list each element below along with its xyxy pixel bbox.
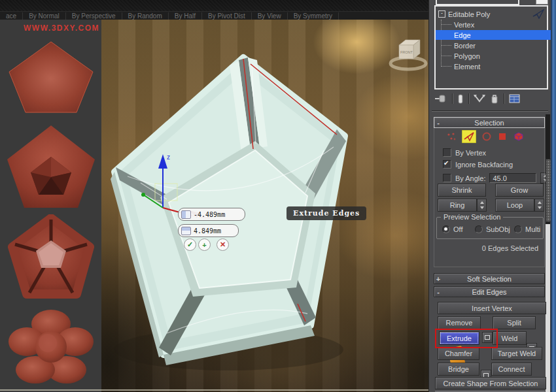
toolbar-item-by-half[interactable]: By Half: [169, 12, 202, 20]
extrude-settings-button[interactable]: [482, 332, 493, 343]
collapse-icon: -: [434, 119, 442, 127]
stack-item-label: Polygon: [454, 52, 480, 60]
ignore-backfacing-label: Ignore Backfacing: [455, 161, 513, 169]
by-angle-row: By Angle: 45.0: [443, 172, 550, 184]
stack-item-vertex[interactable]: Vertex: [436, 20, 556, 29]
stack-item-polygon[interactable]: Polygon: [436, 51, 556, 61]
rollout-title: Selection: [442, 119, 544, 127]
expand-icon: +: [434, 275, 442, 283]
radio-subobj-label: SubObj: [486, 225, 510, 233]
bridge-button[interactable]: Bridge: [438, 363, 479, 376]
modifier-list-dropdown-partial[interactable]: [436, 0, 519, 5]
show-end-result-toggle-icon[interactable]: [457, 94, 464, 104]
command-panel: - Editable Poly Vertex Edge Border P: [428, 0, 552, 392]
thumbnail-pentagon-flat: [5, 38, 97, 113]
stack-item-border[interactable]: Border: [436, 41, 556, 50]
by-vertex-checkbox[interactable]: [443, 148, 451, 157]
ring-spinner[interactable]: [477, 199, 487, 212]
loop-button[interactable]: Loop: [495, 199, 534, 212]
panel-corner-partial: [536, 0, 548, 5]
toolbar-item-by-view[interactable]: By View: [252, 12, 288, 20]
insert-vertex-button[interactable]: Insert Vertex: [438, 302, 546, 314]
chamfer-button[interactable]: Chamfer: [438, 347, 479, 360]
loop-spinner[interactable]: [534, 199, 544, 212]
by-vertex-row: By Vertex: [443, 148, 486, 157]
preview-option-subobj[interactable]: SubObj: [475, 225, 510, 233]
split-button[interactable]: Split: [493, 316, 536, 329]
show-end-result-icon: [532, 9, 544, 19]
edge-subobject-icon-active[interactable]: [462, 130, 476, 143]
toolbar-item-face[interactable]: ace: [0, 12, 23, 20]
stack-item-label: Vertex: [454, 21, 474, 29]
viewcube[interactable]: FRONT: [388, 34, 428, 72]
thumbnail-pentagon-chamfered: [5, 214, 97, 302]
by-angle-checkbox[interactable]: [443, 174, 451, 182]
stack-item-label: Element: [454, 63, 480, 71]
stack-item-label: Border: [454, 42, 476, 50]
modifier-stack-list: - Editable Poly Vertex Edge Border P: [434, 5, 548, 90]
ring-button[interactable]: Ring: [438, 199, 477, 212]
toolbar-item-by-perspective[interactable]: By Perspective: [66, 12, 122, 20]
vertex-subobject-icon[interactable]: [446, 131, 457, 142]
panel-divider: [432, 110, 548, 111]
by-angle-value: 45.0: [493, 174, 506, 182]
ignore-backfacing-row: Ignore Backfacing: [443, 160, 513, 169]
extrude-width-field[interactable]: 4.849mm: [178, 224, 239, 237]
3dsmax-window: ace By Normal By Perspective By Random B…: [0, 0, 556, 392]
watermark-text: WWW.3DXY.COM: [24, 24, 99, 33]
toolbar-item-by-pivot-dist[interactable]: By Pivot Dist: [202, 12, 252, 20]
rollout-soft-selection[interactable]: + Soft Selection: [434, 273, 545, 284]
make-unique-icon[interactable]: [474, 94, 485, 103]
target-weld-button[interactable]: Target Weld: [491, 347, 542, 360]
caddy-apply-button[interactable]: +: [198, 238, 211, 251]
stack-item-edge[interactable]: Edge: [436, 30, 556, 40]
radio-multi[interactable]: [514, 225, 522, 233]
element-subobject-icon[interactable]: [513, 131, 525, 142]
perspective-viewport[interactable]: FRONT z Extrude Edges -4.489mm 4.849mm ✓…: [101, 20, 428, 392]
border-subobject-icon[interactable]: [481, 131, 492, 142]
preview-option-off[interactable]: Off: [442, 225, 462, 233]
radio-multi-label: Multi: [525, 225, 540, 233]
extrude-height-icon: [181, 210, 191, 219]
radio-off-label: Off: [453, 225, 462, 233]
subobject-icon-row: [446, 130, 538, 143]
stack-item-label: Edge: [454, 31, 471, 39]
selection-method-toolbar: ace By Normal By Perspective By Random B…: [0, 11, 428, 20]
thumbnail-pentagon-inset: [5, 123, 97, 210]
preview-selection-title: Preview Selection: [441, 213, 503, 221]
panel-scrollbar-track-lower[interactable]: [546, 224, 550, 392]
caddy-cancel-button[interactable]: ✕: [217, 238, 229, 251]
toolbar-item-by-random[interactable]: By Random: [122, 12, 169, 20]
rollout-title: Soft Selection: [442, 275, 544, 283]
preview-selection-group: Preview Selection Off SubObj Multi: [436, 217, 544, 239]
collapse-icon: -: [434, 288, 442, 296]
stack-item-editable-poly[interactable]: - Editable Poly: [436, 9, 547, 19]
extrude-height-field[interactable]: -4.489mm: [178, 208, 245, 221]
svg-text:FRONT: FRONT: [400, 50, 413, 54]
thumbnail-pentagon-puffy: [5, 306, 97, 389]
radio-off[interactable]: [442, 225, 450, 233]
grow-button[interactable]: Grow: [495, 184, 544, 197]
pin-stack-icon[interactable]: [434, 94, 447, 103]
by-angle-input[interactable]: 45.0: [489, 173, 536, 183]
shrink-button[interactable]: Shrink: [438, 184, 486, 197]
rollout-edit-edges[interactable]: - Edit Edges: [434, 286, 545, 297]
create-shape-button[interactable]: Create Shape From Selection: [435, 377, 546, 389]
ignore-backfacing-checkbox[interactable]: [443, 160, 451, 169]
toolbar-item-by-normal[interactable]: By Normal: [23, 12, 66, 20]
configure-modifier-sets-icon[interactable]: [509, 94, 520, 103]
connect-button[interactable]: Connect: [491, 363, 532, 376]
caddy-ok-button[interactable]: ✓: [184, 238, 196, 251]
remove-button[interactable]: Remove: [438, 316, 481, 329]
extrude-width-value: 4.849mm: [194, 227, 221, 235]
radio-subobj[interactable]: [475, 225, 483, 233]
caddy-title: Extrude Edges: [287, 206, 366, 220]
polygon-subobject-icon[interactable]: [497, 131, 508, 142]
collapse-box-icon[interactable]: -: [438, 10, 445, 18]
toolbar-item-by-symmetry[interactable]: By Symmetry: [288, 12, 339, 20]
remove-modifier-icon[interactable]: [490, 94, 499, 104]
rollout-selection-header[interactable]: - Selection: [434, 117, 545, 128]
extrude-button[interactable]: Extrude: [439, 331, 479, 345]
stack-item-element[interactable]: Element: [436, 61, 556, 71]
preview-option-multi[interactable]: Multi: [514, 225, 540, 233]
